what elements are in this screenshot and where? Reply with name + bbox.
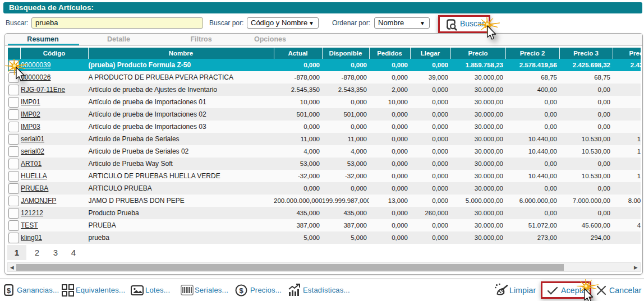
svg-text:$: $ (239, 286, 243, 295)
svg-text:$: $ (7, 286, 11, 295)
